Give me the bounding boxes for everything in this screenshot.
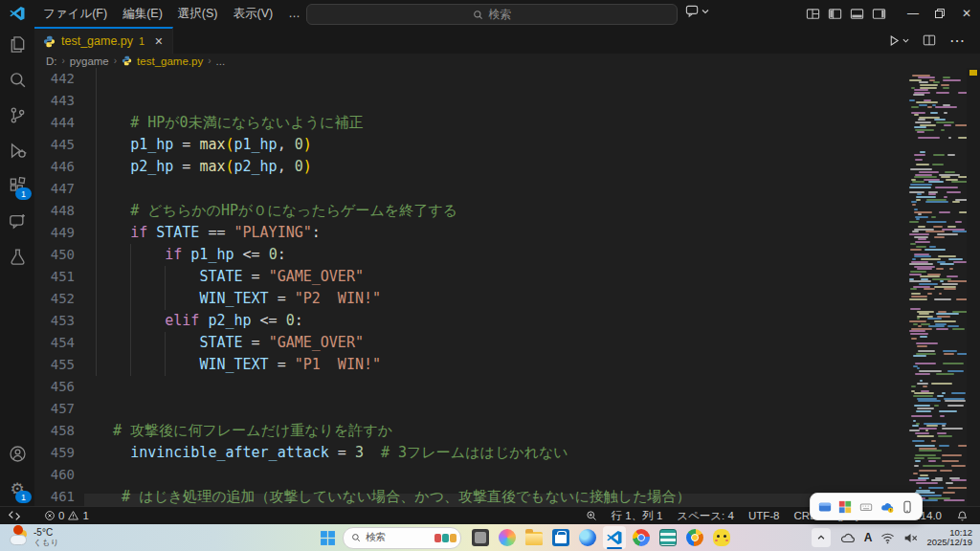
- task-view-icon[interactable]: [469, 526, 492, 549]
- weather-temperature: -5°C: [33, 527, 58, 538]
- breadcrumb-drive[interactable]: D:: [46, 55, 57, 67]
- line-number: 443: [34, 90, 75, 112]
- python-file-icon: [122, 55, 132, 66]
- more-actions-icon[interactable]: ⋯: [949, 32, 965, 50]
- cursor-position[interactable]: 行 1、列 1: [612, 509, 663, 523]
- chrome-icon[interactable]: [630, 526, 653, 549]
- remote-indicator-icon[interactable]: [8, 509, 21, 522]
- indent-guide: [96, 288, 97, 310]
- tray-onedrive-alert-icon[interactable]: [880, 500, 894, 514]
- minimap-line: [912, 258, 916, 260]
- split-editor-icon[interactable]: [923, 33, 936, 47]
- customize-layout-icon[interactable]: [806, 7, 820, 21]
- vscode-logo-icon: [9, 5, 26, 22]
- tray-app-window-icon[interactable]: [818, 500, 832, 514]
- search-sidebar-icon[interactable]: [0, 62, 34, 98]
- taskbar-search-box[interactable]: 検索: [343, 527, 461, 549]
- minimap-line: [943, 77, 950, 78]
- code-token: p1_hp: [130, 136, 173, 153]
- breadcrumb-file[interactable]: test_game.py: [137, 55, 203, 67]
- line-content: invincible_after_attack = 3 # 3フレームははじかれ…: [96, 442, 907, 464]
- toggle-sidebar-left-icon[interactable]: [828, 7, 842, 21]
- minimap[interactable]: [907, 68, 967, 507]
- minimap-line: [910, 308, 921, 310]
- code-line: 460: [34, 464, 907, 486]
- extensions-icon[interactable]: 1: [0, 168, 34, 204]
- game-app-icon[interactable]: [710, 526, 733, 549]
- command-center-search[interactable]: 検索: [306, 4, 678, 25]
- tray-phone-icon[interactable]: [901, 500, 914, 514]
- tray-input-icon[interactable]: [859, 500, 873, 514]
- line-number: 452: [34, 288, 75, 310]
- explorer-icon[interactable]: [0, 27, 34, 62]
- minimize-button[interactable]: —: [900, 0, 926, 27]
- restore-icon: [935, 9, 945, 18]
- minimap-line: [951, 392, 966, 394]
- notifications-bell-icon[interactable]: [956, 510, 969, 522]
- code-line: 455 WIN_TEXT = "P1 WIN!": [34, 354, 907, 376]
- source-control-icon[interactable]: [0, 98, 34, 133]
- minimap-line: [947, 487, 969, 489]
- minimap-line: [919, 104, 927, 106]
- minimap-line: [914, 176, 937, 178]
- copilot-taskbar-icon[interactable]: [496, 526, 519, 549]
- zoom-status-icon[interactable]: [586, 510, 597, 521]
- ime-indicator[interactable]: A: [864, 531, 873, 544]
- run-debug-icon[interactable]: [0, 133, 34, 168]
- vscode-taskbar-icon[interactable]: [603, 526, 626, 549]
- minimap-line: [944, 353, 954, 355]
- tab-problem-count: 1: [139, 35, 145, 47]
- minimap-line: [947, 154, 955, 156]
- minimap-line: [909, 263, 933, 265]
- line-content: # HPが0未満にならないように補正: [96, 112, 907, 134]
- line-content: [96, 398, 907, 420]
- encoding[interactable]: UTF-8: [748, 510, 780, 521]
- minimap-line: [910, 333, 928, 335]
- menu-item[interactable]: 表示(V): [225, 0, 280, 27]
- tab-close-icon[interactable]: ✕: [154, 35, 163, 48]
- tray-graphics-icon[interactable]: [838, 500, 852, 514]
- indentation[interactable]: スペース: 4: [677, 509, 734, 523]
- minimap-line: [928, 487, 944, 489]
- code-token: p2_hp: [130, 158, 173, 175]
- code-editor[interactable]: 442443444 # HPが0未満にならないように補正445 p1_hp = …: [34, 68, 980, 507]
- file-explorer-icon[interactable]: [523, 526, 546, 549]
- settings-gear-icon[interactable]: ⚙ 1: [0, 472, 34, 507]
- menu-item[interactable]: 編集(E): [115, 0, 170, 27]
- menu-item[interactable]: ファイル(F): [35, 0, 115, 27]
- menu-item[interactable]: 選択(S): [170, 0, 226, 27]
- volume-mute-icon[interactable]: [903, 532, 918, 544]
- taskbar-clock[interactable]: 10:12 2025/12/19: [926, 528, 972, 548]
- testing-icon[interactable]: [0, 239, 34, 275]
- copilot-chat-button[interactable]: [685, 4, 709, 18]
- notes-app-icon[interactable]: [657, 526, 679, 549]
- run-python-button[interactable]: [888, 34, 909, 47]
- horizontal-scrollbar[interactable]: [84, 494, 896, 506]
- chat-icon[interactable]: [0, 204, 34, 239]
- toggle-sidebar-right-icon[interactable]: [872, 7, 886, 21]
- edge-icon[interactable]: [576, 526, 599, 549]
- menu-more-button[interactable]: …: [280, 7, 308, 20]
- restore-button[interactable]: [926, 0, 953, 27]
- minimap-line: [919, 171, 939, 173]
- toggle-panel-icon[interactable]: [850, 7, 864, 21]
- indent-guide: [96, 310, 97, 332]
- wifi-icon[interactable]: [880, 532, 895, 544]
- microsoft-store-icon[interactable]: [549, 526, 572, 549]
- minimap-line: [910, 184, 932, 186]
- start-button[interactable]: [316, 526, 339, 549]
- onedrive-tray-icon[interactable]: [839, 531, 856, 545]
- breadcrumb-symbol-more[interactable]: ...: [216, 55, 226, 67]
- tray-chevron-up-icon[interactable]: [812, 528, 831, 547]
- vertical-scrollbar[interactable]: [967, 68, 980, 507]
- breadcrumb-folder[interactable]: pygame: [70, 55, 109, 67]
- chrome-profile2-icon[interactable]: [683, 526, 706, 549]
- code-line: 448 # どちらかのHPが０になったらゲームを終了する: [34, 200, 907, 222]
- account-icon[interactable]: [0, 436, 34, 472]
- minimap-line: [934, 405, 939, 407]
- close-window-button[interactable]: ✕: [953, 0, 980, 27]
- minimap-line: [943, 363, 963, 364]
- minimap-line: [939, 445, 950, 447]
- problems-status[interactable]: 0 1: [44, 510, 89, 521]
- tab-test-game-py[interactable]: test_game.py 1 ✕: [34, 27, 173, 54]
